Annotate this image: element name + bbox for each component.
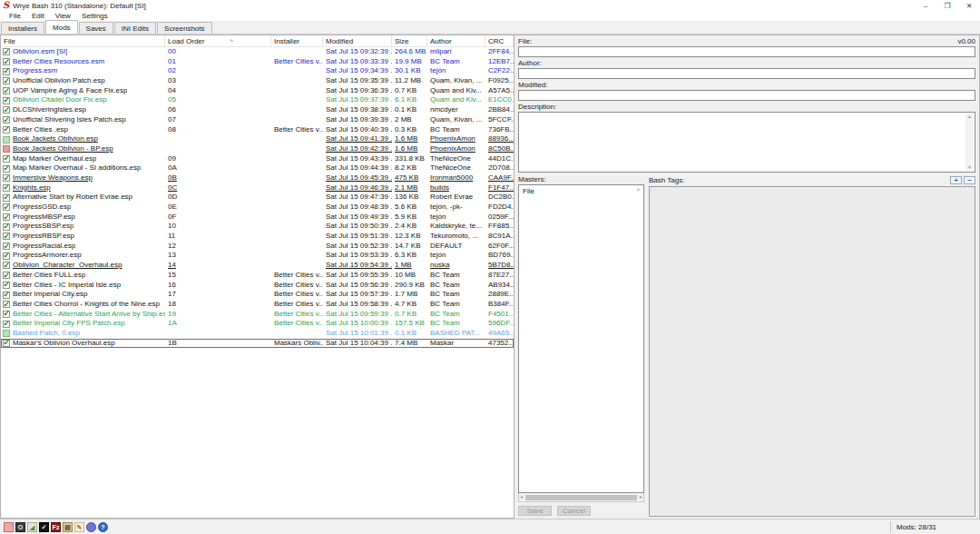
mod-row[interactable]: Book Jackets Oblivion - BP.espSat Jul 15…: [1, 144, 514, 154]
settings-icon[interactable]: [86, 522, 96, 532]
mod-checkbox[interactable]: [3, 194, 10, 202]
scroll-up-icon[interactable]: ▲: [967, 114, 972, 120]
mod-checkbox[interactable]: [3, 136, 10, 143]
game-launcher-icon[interactable]: [4, 522, 14, 532]
mod-row[interactable]: Immersive Weapons.esp0BSat Jul 15 09:45:…: [1, 173, 514, 183]
mod-checkbox[interactable]: [3, 340, 10, 347]
file-name-input[interactable]: [518, 46, 975, 57]
mod-row[interactable]: UOP Vampire Aging & Face Fix.esp04Sat Ju…: [1, 86, 514, 96]
mod-checkbox[interactable]: [3, 252, 10, 260]
mod-row[interactable]: Maskar's Oblivion Overhaul.esp1BMaskars …: [1, 339, 514, 349]
restore-button[interactable]: ❐: [936, 0, 958, 11]
mod-row[interactable]: Unofficial Shivering Isles Patch.esp07Sa…: [1, 115, 514, 125]
column-header-installer[interactable]: Installer: [271, 35, 323, 46]
help-icon[interactable]: ?: [98, 522, 108, 532]
mod-checkbox[interactable]: [3, 58, 10, 65]
mod-checkbox[interactable]: [3, 174, 10, 182]
mod-checkbox[interactable]: [3, 87, 10, 94]
mod-checkbox[interactable]: [3, 203, 10, 211]
mod-checkbox[interactable]: [3, 223, 10, 231]
mod-row[interactable]: ProgressSBSP.esp10Sat Jul 15 09:50:39 ..…: [1, 222, 514, 232]
mod-row[interactable]: Better Cities Resources.esm01Better Citi…: [1, 57, 514, 67]
mod-row[interactable]: Map Marker Overhaul.esp09Sat Jul 15 09:4…: [1, 154, 514, 164]
column-header-size[interactable]: Size: [392, 35, 427, 46]
mod-checkbox[interactable]: [3, 106, 10, 114]
mod-row[interactable]: Knights.esp0CSat Jul 15 09:46:39 ...2.1 …: [1, 183, 514, 193]
close-button[interactable]: ✕: [958, 0, 980, 11]
mod-row[interactable]: ProgressRacial.esp12Sat Jul 15 09:52:39 …: [1, 242, 514, 252]
mod-checkbox[interactable]: [3, 272, 10, 279]
scroll-left-icon[interactable]: ◄: [519, 494, 524, 500]
column-header-crc[interactable]: CRC: [485, 35, 514, 46]
menu-settings[interactable]: Settings: [76, 12, 113, 20]
mod-row[interactable]: Book Jackets Oblivion.espSat Jul 15 09:4…: [1, 134, 514, 144]
masters-list[interactable]: File ^: [518, 184, 644, 493]
tab-mods[interactable]: Mods: [45, 20, 78, 34]
mod-row[interactable]: Better Cities .esp08Better Cities v...Sa…: [1, 125, 514, 135]
mod-checkbox[interactable]: [3, 68, 10, 75]
mod-checkbox[interactable]: [3, 301, 10, 308]
description-scrollbar[interactable]: ▲ ▼: [965, 114, 974, 171]
menu-edit[interactable]: Edit: [26, 12, 50, 20]
construction-set-icon[interactable]: O: [15, 522, 25, 532]
mod-checkbox[interactable]: [3, 292, 10, 299]
mod-row[interactable]: Better Cities - Alternative Start Arrive…: [1, 310, 514, 320]
tab-saves[interactable]: Saves: [79, 22, 113, 34]
mod-checkbox[interactable]: [3, 145, 10, 153]
mod-row[interactable]: Better Imperial City.esp17Better Cities …: [1, 290, 514, 300]
mod-checkbox[interactable]: [3, 311, 10, 318]
menu-file[interactable]: File: [4, 12, 26, 20]
add-tag-button[interactable]: +: [950, 176, 962, 184]
mod-checkbox[interactable]: [3, 262, 10, 269]
scroll-down-icon[interactable]: ▼: [967, 164, 972, 171]
mod-checkbox[interactable]: [3, 321, 10, 328]
mod-checkbox[interactable]: [3, 155, 10, 163]
column-header-file[interactable]: File: [1, 35, 165, 46]
bash-tags-area[interactable]: [649, 186, 975, 517]
mod-row[interactable]: ProgressRBSP.esp11Sat Jul 15 09:51:39 ..…: [1, 232, 514, 242]
masters-column-header[interactable]: File: [523, 187, 534, 195]
mod-checkbox[interactable]: [3, 184, 10, 192]
mod-checkbox[interactable]: [3, 48, 10, 55]
masters-h-scrollbar[interactable]: ◄ ►: [518, 493, 644, 502]
tab-screenshots[interactable]: Screenshots: [157, 22, 211, 34]
mod-checkbox[interactable]: [3, 97, 10, 104]
scroll-right-icon[interactable]: ►: [639, 494, 643, 500]
mod-checkbox[interactable]: [3, 116, 10, 124]
mod-row[interactable]: Alternative Start by Robert Evrae.esp0DS…: [1, 193, 514, 203]
description-textarea[interactable]: ▲ ▼: [518, 112, 975, 173]
tes4edit-icon[interactable]: ◢: [27, 522, 37, 532]
boss-icon[interactable]: Fz: [51, 522, 61, 532]
doc-browser-icon[interactable]: ✎: [74, 522, 84, 532]
mod-row[interactable]: Oblivion.esm [SI]00Sat Jul 15 09:32:39 .…: [1, 47, 514, 57]
mod-checkbox[interactable]: [3, 126, 10, 134]
menu-view[interactable]: View: [50, 12, 76, 20]
mod-checkbox[interactable]: [3, 232, 10, 240]
scrollbar-thumb[interactable]: [525, 495, 637, 500]
mod-row[interactable]: Better Cities FULL.esp15Better Cities v.…: [1, 271, 514, 281]
column-header-load-order[interactable]: Load Order^: [165, 35, 271, 46]
mod-checkbox[interactable]: [3, 282, 10, 289]
mod-row[interactable]: Better Cities - IC Imperial Isle.esp16Be…: [1, 281, 514, 291]
save-button[interactable]: Save: [518, 506, 552, 516]
mod-row[interactable]: ProgressMBSP.esp0FSat Jul 15 09:49:39 ..…: [1, 213, 514, 222]
tab-ini-edits[interactable]: INI Edits: [114, 22, 156, 34]
mod-row[interactable]: Oblivion Citadel Door Fix.esp05Sat Jul 1…: [1, 95, 514, 105]
mod-row[interactable]: Progress.esm02Sat Jul 15 09:34:39 ...30.…: [1, 66, 514, 76]
cancel-button[interactable]: Cancel: [557, 506, 591, 516]
minimize-button[interactable]: –: [915, 0, 936, 11]
mod-row[interactable]: Bashed Patch, 0.espSat Jul 15 10:01:39 .…: [1, 329, 514, 339]
mod-checkbox[interactable]: [3, 242, 10, 250]
mod-checkbox[interactable]: [3, 213, 10, 221]
mod-checkbox[interactable]: [3, 77, 10, 84]
mod-row[interactable]: ProgressGSD.esp0ESat Jul 15 09:48:39 ...…: [1, 203, 514, 213]
mod-row[interactable]: ProgressArmorer.esp13Sat Jul 15 09:53:39…: [1, 251, 514, 261]
modified-input[interactable]: [518, 90, 975, 101]
mod-row[interactable]: Better Imperial City FPS Patch.esp1ABett…: [1, 319, 514, 329]
tab-installers[interactable]: Installers: [1, 22, 44, 34]
docs-folder-icon[interactable]: ▤: [63, 522, 73, 532]
mod-row[interactable]: DLCShiveringIsles.esp06Sat Jul 15 09:38:…: [1, 105, 514, 115]
mod-row[interactable]: Map Marker Overhaul - SI additions.esp0A…: [1, 163, 514, 173]
author-input[interactable]: [518, 68, 975, 79]
column-header-modified[interactable]: Modified: [323, 35, 392, 46]
